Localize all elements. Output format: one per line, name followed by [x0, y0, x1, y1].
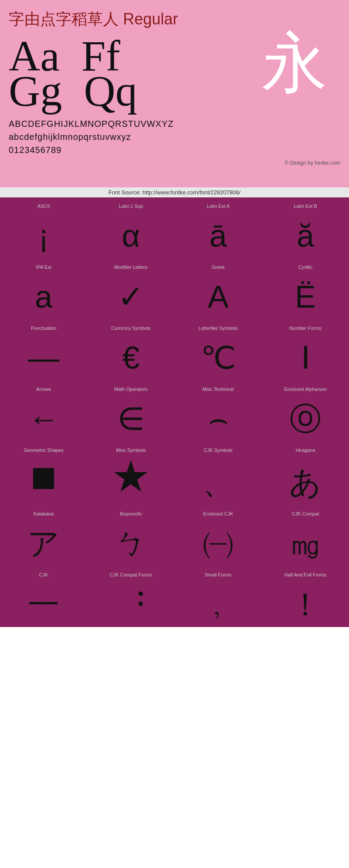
- copyright: © Design by fontke.com: [9, 160, 340, 166]
- cell-glyph-4-1: ★: [111, 454, 151, 498]
- grid-cell-1-3: CyrillicË: [262, 258, 349, 319]
- cell-glyph-3-0: ←: [28, 403, 59, 434]
- grid-cell-4-1: Misc Symbols★: [87, 441, 174, 505]
- grid-cell-5-1: Bopomofoㄅ: [87, 505, 174, 566]
- cell-label-4-0: Geometric Shapes: [0, 448, 87, 453]
- grid-row-2: Punctuation—Currency Symbols€Letterlike …: [0, 319, 349, 380]
- cell-label-5-3: CJK Compat: [262, 511, 349, 516]
- cell-glyph-5-1: ㄅ: [115, 528, 147, 559]
- cell-label-1-3: Cyrillic: [262, 264, 349, 270]
- grid-cell-0-0: ASCII¡: [0, 197, 87, 258]
- cell-glyph-3-3: ⓞ: [290, 403, 321, 434]
- cell-glyph-1-1: ✓: [118, 281, 144, 312]
- cell-label-2-1: Currency Symbols: [87, 326, 174, 331]
- cell-glyph-5-2: ㈠: [202, 528, 234, 559]
- cell-label-0-2: Latin Ext A: [174, 203, 262, 209]
- glyph-qq: Qq: [84, 69, 137, 113]
- cell-glyph-3-1: ∈: [117, 403, 145, 434]
- cell-glyph-4-2: 、: [202, 467, 234, 498]
- cell-label-2-2: Letterlike Symbols: [174, 326, 262, 331]
- cell-glyph-6-0: 一: [28, 589, 59, 620]
- grid-cell-5-2: Enclosed CJK㈠: [174, 505, 262, 566]
- cell-glyph-4-0: ■: [31, 454, 57, 498]
- cell-glyph-0-0: ¡: [38, 220, 49, 251]
- glyphs-grid-section: ASCII¡Latin 1 SupαLatin Ext AāLatin Ext …: [0, 197, 349, 627]
- cell-label-0-0: ASCII: [0, 203, 87, 209]
- cell-glyph-3-2: ⌢: [208, 403, 229, 434]
- grid-cell-2-2: Letterlike Symbols℃: [174, 319, 262, 380]
- digits: 0123456789: [9, 143, 340, 156]
- cell-label-5-1: Bopomofo: [87, 511, 174, 516]
- cell-label-4-2: CJK Symbols: [174, 448, 262, 453]
- glyph-chinese: 永: [262, 30, 327, 95]
- cell-label-4-1: Misc Symbols: [87, 448, 174, 453]
- cell-glyph-6-2: ﹐: [202, 589, 234, 620]
- cell-glyph-5-3: ㎎: [290, 528, 321, 559]
- grid-cell-2-0: Punctuation—: [0, 319, 87, 380]
- cell-glyph-2-1: €: [122, 342, 140, 373]
- grid-cell-1-1: Modifier Letters✓: [87, 258, 174, 319]
- cell-label-2-3: Number Forms: [262, 326, 349, 331]
- grid-row-5: KatakanaアBopomofoㄅEnclosed CJK㈠CJK Compa…: [0, 505, 349, 566]
- cell-glyph-0-1: α: [122, 220, 140, 251]
- cell-label-1-0: IPA Ext: [0, 264, 87, 270]
- grid-cell-3-1: Math Operators∈: [87, 380, 174, 441]
- grid-cell-5-3: CJK Compat㎎: [262, 505, 349, 566]
- cell-glyph-4-3: あ: [289, 467, 322, 498]
- grid-cell-4-0: Geometric Shapes■: [0, 441, 87, 505]
- cell-glyph-1-0: a: [35, 281, 52, 312]
- grid-row-3: Arrows←Math Operators∈Misc Technical⌢Enc…: [0, 380, 349, 441]
- cell-glyph-2-2: ℃: [201, 342, 236, 373]
- grid-row-1: IPA ExtaModifier Letters✓GreekΑCyrillicË: [0, 258, 349, 319]
- grid-cell-3-0: Arrows←: [0, 380, 87, 441]
- grid-row-4: Geometric Shapes■Misc Symbols★CJK Symbol…: [0, 441, 349, 505]
- cell-glyph-2-3: Ⅰ: [301, 342, 310, 373]
- cell-label-2-0: Punctuation: [0, 326, 87, 331]
- grid-cell-4-3: Hiraganaあ: [262, 441, 349, 505]
- grid-cell-6-2: Small Forms﹐: [174, 566, 262, 627]
- grid-cell-6-1: CJK Compat Forms︓: [87, 566, 174, 627]
- source-bar: Font Source: http://www.fontke.com/font/…: [0, 187, 349, 197]
- grid-cell-0-3: Latin Ext Bă: [262, 197, 349, 258]
- grid-cell-3-2: Misc Technical⌢: [174, 380, 262, 441]
- cell-glyph-0-2: ā: [209, 220, 227, 251]
- grid-cell-1-2: GreekΑ: [174, 258, 262, 319]
- grid-cell-6-3: Half And Full Forms！: [262, 566, 349, 627]
- grid-row-6: CJK一CJK Compat Forms︓Small Forms﹐Half An…: [0, 566, 349, 627]
- cell-glyph-2-0: —: [28, 342, 59, 373]
- cell-label-3-3: Enclosed Alphanum: [262, 387, 349, 392]
- grid-cell-2-1: Currency Symbols€: [87, 319, 174, 380]
- cell-label-1-2: Greek: [174, 264, 262, 270]
- cell-glyph-1-3: Ë: [295, 281, 316, 312]
- cell-glyph-1-2: Α: [208, 281, 229, 312]
- alphabet-section: ABCDEFGHIJKLMNOPQRSTUVWXYZ abcdefghijklm…: [9, 117, 340, 156]
- cell-label-3-2: Misc Technical: [174, 387, 262, 392]
- cell-label-5-2: Enclosed CJK: [174, 511, 262, 516]
- cell-label-1-1: Modifier Letters: [87, 264, 174, 270]
- cell-glyph-6-1: ︓: [115, 589, 147, 620]
- alphabet-lower: abcdefghijklmnopqrstuvwxyz: [9, 130, 340, 143]
- glyph-gg: Gg: [9, 69, 62, 113]
- grid-cell-5-0: Katakanaア: [0, 505, 87, 566]
- cell-label-6-2: Small Forms: [174, 572, 262, 577]
- cell-label-0-1: Latin 1 Sup: [87, 203, 174, 209]
- grid-cell-4-2: CJK Symbols、: [174, 441, 262, 505]
- cell-glyph-5-0: ア: [27, 528, 60, 559]
- grid-cell-0-2: Latin Ext Aā: [174, 197, 262, 258]
- header-section: 字由点字稻草人 Regular Aa Ff Gg Qq 永 ABCDEFGHIJ…: [0, 0, 349, 187]
- cell-label-6-1: CJK Compat Forms: [87, 572, 174, 577]
- cell-label-3-0: Arrows: [0, 387, 87, 392]
- cell-glyph-6-3: ！: [290, 589, 321, 620]
- cell-label-5-0: Katakana: [0, 511, 87, 516]
- grid-cell-6-0: CJK一: [0, 566, 87, 627]
- cell-label-6-3: Half And Full Forms: [262, 572, 349, 577]
- cell-label-4-3: Hiragana: [262, 448, 349, 453]
- cell-label-0-3: Latin Ext B: [262, 203, 349, 209]
- cell-label-6-0: CJK: [0, 572, 87, 577]
- cell-label-3-1: Math Operators: [87, 387, 174, 392]
- grid-cell-3-3: Enclosed Alphanumⓞ: [262, 380, 349, 441]
- grid-row-0: ASCII¡Latin 1 SupαLatin Ext AāLatin Ext …: [0, 197, 349, 258]
- cell-glyph-0-3: ă: [297, 220, 314, 251]
- grid-cell-2-3: Number FormsⅠ: [262, 319, 349, 380]
- grid-cell-0-1: Latin 1 Supα: [87, 197, 174, 258]
